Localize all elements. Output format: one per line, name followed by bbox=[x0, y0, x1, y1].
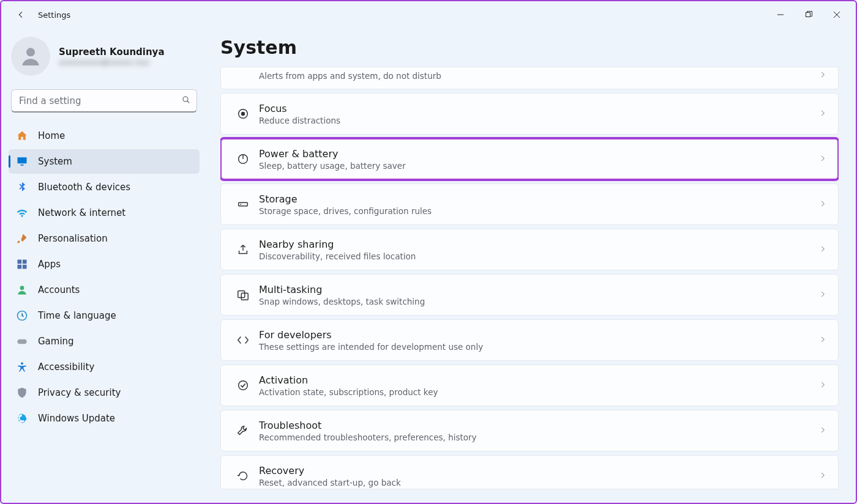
settings-card-focus[interactable]: FocusReduce distractions bbox=[220, 93, 839, 135]
card-subtitle: Sleep, battery usage, battery saver bbox=[259, 161, 818, 171]
card-title: Troubleshoot bbox=[259, 419, 818, 432]
nav-item-gaming[interactable]: Gaming bbox=[9, 329, 200, 354]
card-subtitle: Storage space, drives, configuration rul… bbox=[259, 206, 818, 216]
chevron-right-icon bbox=[818, 470, 827, 482]
apps-icon bbox=[16, 258, 28, 270]
titlebar: Settings bbox=[1, 1, 856, 28]
shield-icon bbox=[16, 387, 28, 399]
search-input[interactable] bbox=[11, 89, 197, 113]
card-subtitle: Recommended troubleshooters, preferences… bbox=[259, 432, 818, 442]
home-icon bbox=[16, 130, 28, 142]
chevron-right-icon bbox=[818, 244, 827, 256]
share-icon bbox=[231, 243, 255, 256]
svg-point-5 bbox=[183, 97, 188, 102]
multitask-icon bbox=[231, 288, 255, 302]
nav-item-apps[interactable]: Apps bbox=[9, 252, 200, 276]
settings-card-nearby-sharing[interactable]: Nearby sharingDiscoverability, received … bbox=[220, 229, 839, 270]
clock-globe-icon bbox=[16, 309, 28, 322]
avatar bbox=[11, 37, 50, 76]
chevron-right-icon bbox=[818, 380, 827, 391]
card-subtitle: These settings are intended for developm… bbox=[259, 342, 818, 352]
dev-icon bbox=[231, 333, 255, 347]
card-title: Focus bbox=[259, 102, 818, 116]
nav-item-network-internet[interactable]: Network & internet bbox=[9, 201, 200, 225]
card-subtitle: Activation state, subscriptions, product… bbox=[259, 387, 818, 397]
main-content: System Alerts from apps and system, do n… bbox=[207, 28, 856, 503]
back-button[interactable] bbox=[11, 5, 31, 24]
nav-item-label: Bluetooth & devices bbox=[38, 182, 130, 193]
wrench-icon bbox=[231, 424, 255, 437]
nav-item-bluetooth-devices[interactable]: Bluetooth & devices bbox=[9, 175, 200, 199]
nav-item-label: Accounts bbox=[38, 284, 80, 295]
card-title: Multi-tasking bbox=[259, 283, 818, 297]
settings-card-activation[interactable]: ActivationActivation state, subscription… bbox=[220, 365, 839, 406]
page-title: System bbox=[220, 37, 839, 58]
gamepad-icon bbox=[16, 335, 28, 347]
nav-item-label: Privacy & security bbox=[38, 387, 121, 398]
svg-rect-1 bbox=[806, 13, 810, 17]
card-subtitle: Discoverability, received files location bbox=[259, 251, 818, 261]
check-circle-icon bbox=[231, 379, 255, 392]
chevron-right-icon bbox=[818, 289, 827, 301]
maximize-button[interactable] bbox=[795, 5, 823, 24]
settings-card-list: Alerts from apps and system, do not dist… bbox=[220, 67, 839, 503]
chevron-right-icon bbox=[818, 70, 827, 81]
nav-item-privacy-security[interactable]: Privacy & security bbox=[9, 380, 200, 405]
chevron-right-icon bbox=[818, 108, 827, 120]
nav-item-label: Accessibility bbox=[38, 361, 94, 372]
nav-item-system[interactable]: System bbox=[9, 149, 200, 174]
profile-name: Supreeth Koundinya bbox=[59, 46, 165, 57]
svg-point-4 bbox=[26, 48, 35, 56]
svg-line-6 bbox=[187, 101, 189, 103]
settings-card-alerts-from-apps-and-system-do-not-disturb[interactable]: Alerts from apps and system, do not dist… bbox=[220, 67, 839, 89]
nav-item-label: Home bbox=[38, 130, 65, 141]
wifi-icon bbox=[16, 207, 28, 219]
settings-card-multi-tasking[interactable]: Multi-taskingSnap windows, desktops, tas… bbox=[220, 274, 839, 316]
sidebar: Supreeth Koundinya xxxxxxxxx@xxxxx.xxx H… bbox=[1, 28, 207, 503]
nav-list: HomeSystemBluetooth & devicesNetwork & i… bbox=[9, 124, 200, 431]
profile-block[interactable]: Supreeth Koundinya xxxxxxxxx@xxxxx.xxx bbox=[9, 33, 200, 87]
nav-item-home[interactable]: Home bbox=[9, 124, 200, 148]
nav-item-time-language[interactable]: Time & language bbox=[9, 303, 200, 328]
nav-item-label: Time & language bbox=[38, 310, 116, 321]
bluetooth-icon bbox=[16, 181, 28, 193]
display-icon bbox=[16, 155, 28, 168]
card-title: Nearby sharing bbox=[259, 238, 818, 251]
settings-card-troubleshoot[interactable]: TroubleshootRecommended troubleshooters,… bbox=[220, 410, 839, 451]
chevron-right-icon bbox=[818, 335, 827, 346]
nav-item-windows-update[interactable]: Windows Update bbox=[9, 406, 200, 431]
chevron-right-icon bbox=[818, 425, 827, 437]
focus-icon bbox=[231, 107, 255, 120]
card-subtitle: Alerts from apps and system, do not dist… bbox=[259, 71, 818, 81]
card-title: Storage bbox=[259, 193, 818, 206]
settings-card-storage[interactable]: StorageStorage space, drives, configurat… bbox=[220, 183, 839, 225]
settings-card-for-developers[interactable]: For developersThese settings are intende… bbox=[220, 319, 839, 361]
chevron-right-icon bbox=[818, 199, 827, 210]
minimize-button[interactable] bbox=[766, 5, 795, 24]
power-icon bbox=[231, 152, 255, 166]
card-title: Recovery bbox=[259, 464, 818, 478]
chevron-right-icon bbox=[818, 154, 827, 165]
nav-item-personalisation[interactable]: Personalisation bbox=[9, 226, 200, 251]
search-icon[interactable] bbox=[181, 95, 191, 107]
search-container bbox=[11, 89, 197, 113]
card-title: For developers bbox=[259, 328, 818, 342]
card-title: Power & battery bbox=[259, 147, 818, 161]
close-button[interactable] bbox=[823, 5, 851, 24]
nav-item-label: Gaming bbox=[38, 336, 74, 347]
card-title: Activation bbox=[259, 374, 818, 387]
accessibility-icon bbox=[16, 361, 28, 373]
brush-icon bbox=[16, 232, 28, 245]
profile-email: xxxxxxxxx@xxxxx.xxx bbox=[59, 57, 165, 67]
settings-card-recovery[interactable]: RecoveryReset, advanced start-up, go bac… bbox=[220, 455, 839, 489]
recovery-icon bbox=[231, 469, 255, 483]
nav-item-accounts[interactable]: Accounts bbox=[9, 278, 200, 302]
nav-item-label: Network & internet bbox=[38, 207, 125, 218]
card-subtitle: Reset, advanced start-up, go back bbox=[259, 478, 818, 487]
nav-item-label: System bbox=[38, 156, 72, 167]
storage-icon bbox=[231, 198, 255, 211]
card-subtitle: Reduce distractions bbox=[259, 116, 818, 125]
settings-card-power-battery[interactable]: Power & batterySleep, battery usage, bat… bbox=[220, 138, 839, 180]
nav-item-accessibility[interactable]: Accessibility bbox=[9, 355, 200, 379]
nav-item-label: Apps bbox=[38, 259, 61, 270]
